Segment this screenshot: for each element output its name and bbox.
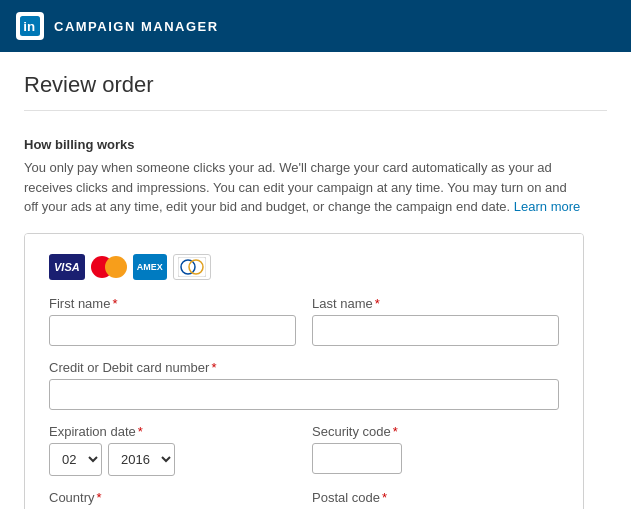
first-name-label: First name* [49, 296, 296, 311]
expiry-security-row: Expiration date* 01 02 03 04 05 06 07 08 [49, 424, 559, 476]
country-postal-row: Country* United States Canada United Kin… [49, 490, 559, 510]
expiry-month-select[interactable]: 01 02 03 04 05 06 07 08 09 10 11 12 [49, 443, 102, 476]
billing-section: How billing works You only pay when some… [24, 127, 584, 233]
last-name-label: Last name* [312, 296, 559, 311]
diners-icon [173, 254, 211, 280]
last-name-group: Last name* [312, 296, 559, 346]
amex-icon: AMEX [133, 254, 167, 280]
name-row: First name* Last name* [49, 296, 559, 346]
first-name-input[interactable] [49, 315, 296, 346]
page-title: Review order [24, 72, 607, 111]
expiry-year-select[interactable]: 2015 2016 2017 2018 2019 2020 [108, 443, 175, 476]
header: in CAMPAIGN MANAGER [0, 0, 631, 52]
card-number-group: Credit or Debit card number* [49, 360, 559, 410]
postal-code-group: Postal code* [312, 490, 559, 510]
first-name-group: First name* [49, 296, 296, 346]
country-group: Country* United States Canada United Kin… [49, 490, 296, 510]
billing-title: How billing works [24, 137, 584, 152]
svg-rect-2 [178, 257, 206, 277]
card-number-label: Credit or Debit card number* [49, 360, 559, 375]
form-inner: VISA AMEX First nam [25, 234, 583, 510]
svg-text:in: in [23, 19, 35, 34]
card-number-input[interactable] [49, 379, 559, 410]
page-content: Review order How billing works You only … [0, 52, 631, 509]
last-name-input[interactable] [312, 315, 559, 346]
visa-icon: VISA [49, 254, 85, 280]
security-code-group: Security code* [312, 424, 559, 476]
card-form-container: VISA AMEX First nam [24, 233, 584, 510]
country-label: Country* [49, 490, 296, 505]
mastercard-icon [91, 255, 127, 279]
billing-description: You only pay when someone clicks your ad… [24, 158, 584, 217]
expiry-label: Expiration date* [49, 424, 296, 439]
learn-more-link[interactable]: Learn more [514, 199, 580, 214]
linkedin-logo: in [16, 12, 44, 40]
postal-code-label: Postal code* [312, 490, 559, 505]
security-code-label: Security code* [312, 424, 559, 439]
expiry-group: Expiration date* 01 02 03 04 05 06 07 08 [49, 424, 296, 476]
header-title: CAMPAIGN MANAGER [54, 19, 219, 34]
expiry-selects: 01 02 03 04 05 06 07 08 09 10 11 12 [49, 443, 296, 476]
card-icons: VISA AMEX [49, 254, 559, 280]
security-code-input[interactable] [312, 443, 402, 474]
card-number-row: Credit or Debit card number* [49, 360, 559, 410]
